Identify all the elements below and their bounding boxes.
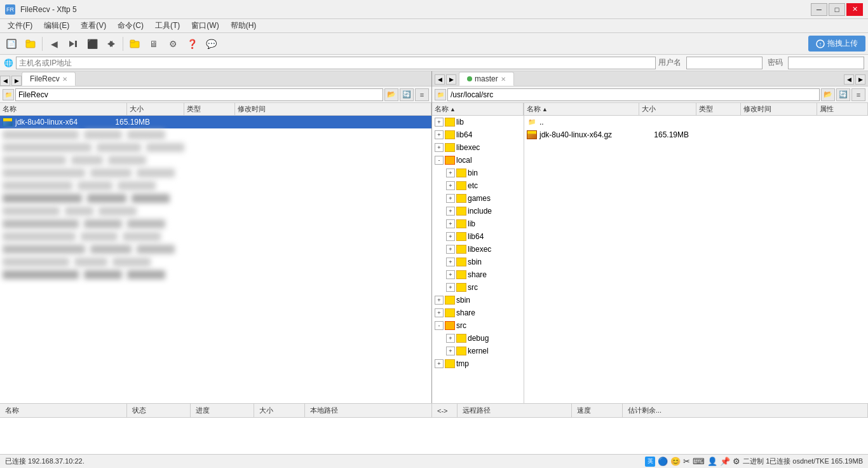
right-file-row-jdk[interactable]: jdk-8u40-linux-x64.gz 165.19MB: [524, 128, 868, 141]
tree-item-local-bin[interactable]: + bin: [432, 167, 524, 179]
tree-item-lib[interactable]: + lib: [432, 116, 524, 128]
drag-upload-button[interactable]: ↑ 拖拽上传: [808, 36, 865, 52]
right-col-date[interactable]: 修改时间: [741, 103, 817, 115]
new-session-button[interactable]: 📄: [3, 36, 20, 52]
tree-item-libexec[interactable]: + libexec: [432, 141, 524, 154]
chat-button[interactable]: 💬: [202, 36, 220, 52]
menu-item-window[interactable]: 窗口(W): [186, 19, 224, 32]
tree-item-local-sbin[interactable]: + sbin: [432, 256, 524, 268]
left-tree-toggle[interactable]: 📁: [3, 89, 14, 100]
left-col-size[interactable]: 大小: [127, 103, 184, 115]
tree-expander-sbin[interactable]: +: [435, 296, 444, 305]
tree-item-local-libexec[interactable]: + libexec: [432, 243, 524, 256]
left-tab-filerecv[interactable]: FileRecv ✕: [22, 72, 76, 86]
username-input[interactable]: [686, 57, 763, 69]
address-input[interactable]: [16, 57, 656, 69]
tree-col-name[interactable]: 名称 ▲: [432, 103, 524, 115]
tree-item-local-etc[interactable]: + etc: [432, 179, 524, 192]
right-scroll-left[interactable]: ◀: [844, 74, 854, 85]
left-up-button[interactable]: 📂: [384, 88, 398, 101]
tree-expander-libexec[interactable]: +: [435, 143, 444, 152]
tree-item-src[interactable]: - src: [432, 319, 524, 332]
tree-item-local-games[interactable]: + games: [432, 192, 524, 205]
left-panel-nav-left[interactable]: ◀: [0, 76, 10, 86]
tree-expander-local-bin[interactable]: +: [446, 169, 455, 177]
tree-expander-src-kernels[interactable]: +: [446, 347, 455, 355]
tree-expander-local-etc[interactable]: +: [446, 181, 455, 190]
left-tab-close[interactable]: ✕: [62, 76, 67, 83]
menu-item-edit[interactable]: 编辑(E): [39, 19, 74, 32]
right-col-attr[interactable]: 属性: [817, 103, 868, 115]
left-panel-nav-right[interactable]: ▶: [11, 76, 22, 86]
right-refresh-button[interactable]: 🔄: [836, 88, 850, 101]
tree-item-local-src[interactable]: + src: [432, 281, 524, 294]
back-button[interactable]: ◀: [45, 36, 63, 52]
minimize-button[interactable]: ─: [811, 3, 827, 16]
tree-expander-local-lib64[interactable]: +: [446, 232, 455, 241]
close-button[interactable]: ✕: [846, 3, 863, 16]
menu-item-file[interactable]: 文件(F): [3, 19, 37, 32]
tree-expander-tmp[interactable]: +: [435, 359, 444, 368]
tree-item-sbin[interactable]: + sbin: [432, 294, 524, 306]
tree-item-local-include[interactable]: + include: [432, 205, 524, 217]
open-button[interactable]: [22, 36, 39, 52]
right-tree-toggle[interactable]: 📁: [435, 89, 446, 100]
tree-expander-lib64[interactable]: +: [435, 130, 444, 139]
left-col-type[interactable]: 类型: [184, 103, 235, 115]
tree-item-local-share[interactable]: + share: [432, 268, 524, 281]
right-panel-nav-right[interactable]: ▶: [446, 74, 456, 85]
right-view-options[interactable]: ≡: [851, 88, 865, 101]
tree-item-src-debug[interactable]: + debug: [432, 332, 524, 345]
menu-item-help[interactable]: 帮助(H): [226, 19, 262, 32]
menu-item-view[interactable]: 查看(V): [76, 19, 111, 32]
right-col-name[interactable]: 名称 ▲: [524, 103, 639, 115]
tree-expander-local-share[interactable]: +: [446, 270, 455, 279]
tree-item-share[interactable]: + share: [432, 306, 524, 319]
right-scroll-right[interactable]: ▶: [855, 74, 865, 85]
left-col-date[interactable]: 修改时间: [235, 103, 431, 115]
left-file-row-jdk[interactable]: jdk-8u40-linux-x64 165.19MB: [0, 116, 431, 128]
right-up-button[interactable]: 📂: [821, 88, 835, 101]
tree-expander-local-sbin[interactable]: +: [446, 258, 455, 266]
right-tab-close[interactable]: ✕: [501, 76, 506, 83]
tree-expander-local-libexec[interactable]: +: [446, 245, 455, 254]
right-col-size[interactable]: 大小: [639, 103, 696, 115]
remote-view-button[interactable]: 🖥: [145, 36, 163, 52]
right-tab-master[interactable]: master ✕: [459, 72, 514, 86]
svg-rect-3: [26, 40, 30, 43]
right-col-type[interactable]: 类型: [696, 103, 741, 115]
left-col-name[interactable]: 名称: [0, 103, 127, 115]
tree-item-local-lib64[interactable]: + lib64: [432, 230, 524, 243]
left-view-options[interactable]: ≡: [415, 88, 429, 101]
tree-item-src-kernels[interactable]: + kernel: [432, 345, 524, 357]
transfer-button[interactable]: [102, 36, 120, 52]
left-refresh-button[interactable]: 🔄: [400, 88, 414, 101]
tree-item-local[interactable]: - local: [432, 154, 524, 167]
tree-item-tmp[interactable]: + tmp: [432, 357, 524, 370]
right-file-row-parent[interactable]: 📁 ..: [524, 116, 868, 128]
tree-item-local-lib[interactable]: + lib: [432, 217, 524, 230]
left-path-input[interactable]: [15, 88, 383, 101]
right-path-input[interactable]: [447, 88, 820, 101]
tree-expander-src[interactable]: -: [435, 321, 444, 330]
menu-item-command[interactable]: 命令(C): [112, 19, 149, 32]
right-panel-nav-left[interactable]: ◀: [435, 74, 445, 85]
password-input[interactable]: [788, 57, 864, 69]
forward-button[interactable]: [64, 36, 82, 52]
tree-expander-local-include[interactable]: +: [446, 207, 455, 216]
tree-expander-local[interactable]: -: [435, 156, 444, 165]
help-button[interactable]: ❓: [183, 36, 201, 52]
settings-button[interactable]: ⚙: [164, 36, 182, 52]
menu-item-tools[interactable]: 工具(T): [150, 19, 185, 32]
tree-expander-src-debug[interactable]: +: [446, 334, 455, 343]
maximize-button[interactable]: □: [829, 3, 845, 16]
tree-expander-share[interactable]: +: [435, 308, 444, 317]
tree-expander-local-src[interactable]: +: [446, 283, 455, 292]
local-view-button[interactable]: [126, 36, 144, 52]
tree-expander-local-games[interactable]: +: [446, 194, 455, 203]
blur-row-1: [0, 128, 431, 141]
tree-expander-lib[interactable]: +: [435, 118, 444, 127]
stop-button[interactable]: ⬛: [83, 36, 101, 52]
tree-item-lib64[interactable]: + lib64: [432, 128, 524, 141]
tree-expander-local-lib[interactable]: +: [446, 219, 455, 228]
